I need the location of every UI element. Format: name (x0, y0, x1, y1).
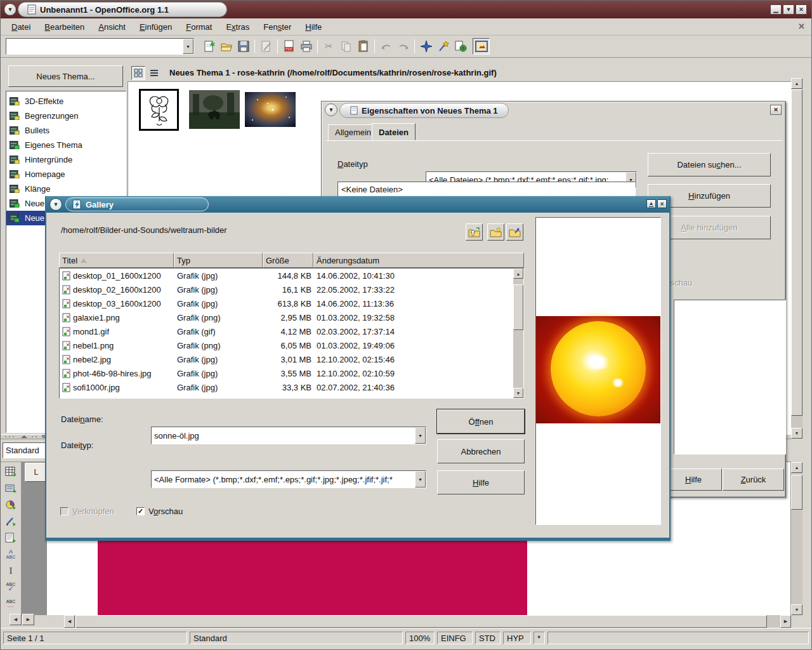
minimize-button[interactable]: ▁ (770, 4, 782, 15)
edit-file-icon[interactable] (258, 38, 275, 55)
toolbar-scroll-left-icon[interactable]: ◀ (10, 614, 22, 625)
file-row[interactable]: galaxie1.pngGrafik (png)2,95 MB01.03.200… (60, 310, 523, 324)
filetype-arrow-icon[interactable]: ▼ (415, 471, 426, 488)
file-row[interactable]: mond1.gifGrafik (gif)4,12 MB02.03.2002, … (60, 324, 523, 338)
insert-index-icon[interactable]: AABC (3, 546, 19, 562)
filetype-combobox[interactable]: <Alle Formate> (*.bmp;*.dxf;*.emf;*.eps;… (151, 470, 426, 488)
spellcheck-icon[interactable]: ABC✓ (3, 579, 19, 595)
icon-view-icon[interactable] (131, 66, 145, 80)
autospellcheck-icon[interactable]: ABC﹏ (3, 595, 19, 612)
theme-item-3d-effekte[interactable]: 3D-Effekte (6, 94, 126, 109)
theme-item-eigenes-thema[interactable]: Eigenes Thema (6, 138, 126, 152)
hyperlink-icon[interactable] (452, 38, 469, 55)
file-row[interactable]: nebel2.jpgGrafik (jpg)3,01 MB12.10.2002,… (60, 352, 523, 366)
tab-type-button[interactable]: L (25, 463, 48, 482)
tab-dateien[interactable]: Dateien (372, 123, 416, 140)
find-files-button[interactable]: Dateien suchen... (648, 153, 771, 176)
file-row[interactable]: phot-46b-98-hires.jpgGrafik (jpg)3,55 MB… (60, 366, 523, 380)
menu-fenster[interactable]: Fenster (256, 20, 298, 34)
redo-icon[interactable] (395, 38, 412, 55)
status-page-style[interactable]: Standard (190, 632, 403, 644)
insert-form-icon[interactable] (3, 529, 19, 546)
file-dialog-close-button[interactable]: ✕ (657, 199, 667, 208)
file-row[interactable]: desktop_03_1600x1200Grafik (jpg)613,8 KB… (60, 296, 523, 310)
gallery-scrollbar[interactable]: ▲ ▼ (791, 78, 802, 439)
thumbnail-horses[interactable] (189, 90, 240, 129)
gallery-icon[interactable] (473, 38, 490, 55)
properties-titlebar[interactable]: ▼ Eigenschaften von Neues Thema 1 ✕ (322, 102, 785, 119)
doc-scroll-right-icon[interactable]: ▶ (780, 615, 791, 628)
theme-item-hintergruende[interactable]: Hintergründe (6, 152, 126, 167)
open-icon[interactable] (218, 38, 235, 55)
link-checkbox[interactable] (60, 507, 69, 515)
maximize-button[interactable]: ▼ (783, 4, 794, 15)
file-dialog-menu-button[interactable]: ▼ (49, 198, 62, 211)
new-document-icon[interactable] (200, 38, 218, 55)
menu-ansicht[interactable]: Ansicht (91, 20, 133, 34)
paste-icon[interactable] (355, 38, 372, 55)
properties-close-button[interactable]: ✕ (770, 105, 782, 115)
file-list[interactable]: desktop_01_1600x1200Grafik (jpg)144,8 KB… (59, 268, 524, 399)
file-row[interactable]: desktop_01_1600x1200Grafik (jpg)144,8 KB… (60, 269, 523, 282)
cancel-button[interactable]: Abbrechen (437, 439, 525, 463)
doc-hscrollbar-thumb[interactable] (75, 615, 767, 628)
up-one-level-icon[interactable] (466, 223, 483, 241)
filename-arrow-icon[interactable]: ▼ (415, 427, 426, 444)
navigator-icon[interactable] (417, 38, 435, 55)
file-list-scrollbar[interactable]: ▲ ▼ (513, 269, 523, 398)
theme-item-bullets[interactable]: Bullets (6, 123, 126, 138)
window-menu-button[interactable]: ▼ (4, 3, 16, 16)
open-button[interactable]: Öffnen (437, 409, 525, 434)
list-scroll-down-icon[interactable]: ▼ (513, 388, 523, 398)
copy-icon[interactable] (337, 38, 355, 55)
close-button[interactable]: ✕ (796, 4, 807, 15)
column-groesse[interactable]: Größe (263, 253, 313, 268)
document-vscrollbar[interactable]: ▲ ▼ (791, 462, 802, 615)
file-dialog-titlebar[interactable]: ▼ Gallery ▲ ✕ (46, 196, 669, 213)
tab-allgemein[interactable]: Allgemein (328, 124, 378, 140)
list-scroll-up-icon[interactable]: ▲ (513, 269, 523, 279)
doc-scroll-left-icon[interactable]: ◀ (64, 615, 75, 628)
column-aenderungsdatum[interactable]: Änderungsdatum (313, 253, 524, 268)
status-hyperlink-mode[interactable]: HYP (503, 632, 531, 644)
thumbnail-nebula[interactable] (245, 92, 296, 127)
doc-scroll-up-icon[interactable]: ▲ (791, 462, 802, 473)
gallery-scroll-down-icon[interactable]: ▼ (791, 428, 802, 439)
new-theme-button[interactable]: Neues Thema... (8, 65, 123, 87)
document-hscrollbar[interactable]: ◀ ▶ (64, 615, 791, 628)
preview-checkbox[interactable]: ✓ (136, 507, 145, 515)
toolbar-scroll-right-icon[interactable]: ▶ (22, 614, 34, 625)
doc-scrollbar-thumb[interactable] (791, 475, 802, 510)
insert-chart-icon[interactable] (3, 496, 19, 513)
menu-bearbeiten[interactable]: Bearbeiten (37, 20, 91, 34)
file-row[interactable]: desktop_02_1600x1200Grafik (jpg)16,1 KB2… (60, 282, 523, 296)
theme-item-klaenge[interactable]: Klänge (6, 182, 126, 196)
draw-functions-icon[interactable] (3, 513, 19, 529)
insert-section-icon[interactable] (3, 480, 19, 496)
detail-view-icon[interactable] (147, 66, 161, 80)
menu-hilfe[interactable]: Hilfe (298, 20, 329, 34)
url-input[interactable] (6, 42, 183, 51)
insert-fields-icon[interactable]: I (3, 562, 19, 579)
shade-button[interactable]: ▲ (646, 199, 656, 208)
file-row[interactable]: sofi1000r.jpgGrafik (jpg)33,3 KB02.07.20… (60, 380, 523, 394)
print-icon[interactable] (298, 38, 315, 55)
default-directory-icon[interactable] (506, 223, 523, 241)
menu-einfuegen[interactable]: Einfügen (133, 20, 179, 34)
list-scrollbar-thumb[interactable] (513, 284, 523, 330)
new-directory-icon[interactable] (487, 223, 504, 241)
save-icon[interactable] (235, 38, 252, 55)
menu-format[interactable]: Format (179, 20, 219, 34)
insert-table-icon[interactable] (3, 463, 19, 480)
url-combobox[interactable]: ▼ (6, 38, 194, 55)
back-button[interactable]: Zurück (723, 468, 784, 491)
file-row[interactable]: nebel1.pngGrafik (png)6,05 MB01.03.2002,… (60, 338, 523, 352)
menu-datei[interactable]: Datei (4, 20, 37, 34)
status-insert-mode[interactable]: EINFG (437, 632, 473, 644)
cut-icon[interactable]: ✂ (320, 38, 337, 55)
dialog-menu-button[interactable]: ▼ (325, 103, 337, 116)
status-zoom[interactable]: 100% (405, 632, 435, 644)
export-pdf-icon[interactable]: PDF (280, 38, 298, 55)
theme-item-homepage[interactable]: Homepage (6, 167, 126, 182)
filename-combobox[interactable]: sonne-öl.jpg ▼ (151, 427, 426, 444)
